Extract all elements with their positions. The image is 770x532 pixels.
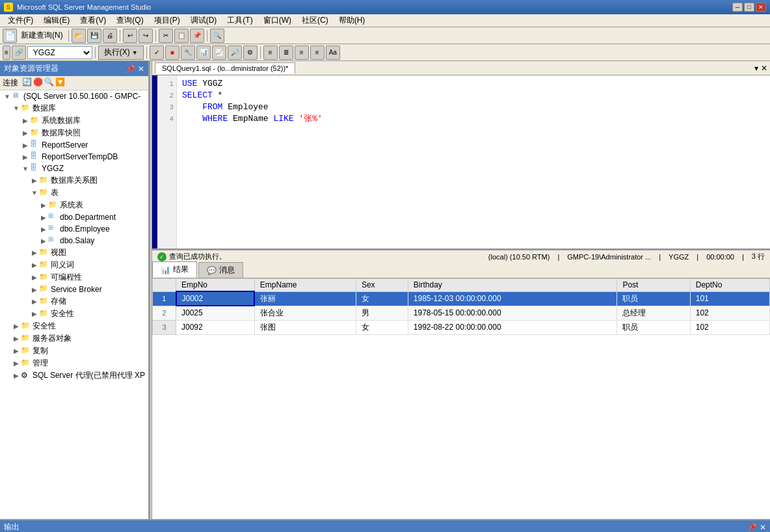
oe-btn3[interactable]: 🔍: [44, 77, 54, 88]
copy-btn[interactable]: 📋: [174, 29, 189, 43]
toggle-tables[interactable]: ▼: [30, 189, 39, 196]
tree-item-reportservertempdb[interactable]: ▶ 🗄 ReportServerTempDB: [0, 151, 148, 163]
btn-q9[interactable]: ⚙: [243, 46, 258, 60]
tree-item-management[interactable]: ▶ 📁 管理: [0, 357, 148, 369]
toggle-storage[interactable]: ▶: [30, 298, 39, 305]
toggle-servsec[interactable]: ▶: [12, 323, 21, 330]
tree-item-programmability[interactable]: ▶ 📁 可编程性: [0, 271, 148, 284]
table-row[interactable]: 3 J0092 张图 女 1992-08-22 00:00:00.000 职员 …: [153, 320, 770, 334]
tree-item-server-objects[interactable]: ▶ 📁 服务器对象: [0, 332, 148, 345]
col-empname[interactable]: EmpName: [254, 279, 356, 292]
tree-item-synonyms[interactable]: ▶ 📁 同义词: [0, 259, 148, 271]
query-tab[interactable]: SQLQuery1.sql - (lo...dministrator (52))…: [155, 62, 295, 73]
toggle-snapshots[interactable]: ▶: [21, 129, 30, 137]
new-query-btn[interactable]: 📄: [3, 29, 17, 43]
tree-item-yggz[interactable]: ▼ 🗄 YGGZ: [0, 163, 148, 174]
table-row[interactable]: 2 J0025 张合业 男 1978-05-15 00:00:00.000 总经…: [153, 306, 770, 320]
tree-item-employee[interactable]: ▶ ⊞ dbo.Employee: [0, 223, 148, 235]
btn-q10[interactable]: ≡: [263, 46, 278, 60]
query-expand-icon[interactable]: ▾: [754, 64, 758, 73]
tree-item-diagrams[interactable]: ▶ 📁 数据库关系图: [0, 174, 148, 187]
tree-item-server-security[interactable]: ▶ 📁 安全性: [0, 320, 148, 332]
toggle-diagrams[interactable]: ▶: [30, 177, 39, 184]
tree-item-department[interactable]: ▶ ⊞ dbo.Department: [0, 211, 148, 223]
execute-button[interactable]: 执行(X) ▼: [98, 46, 144, 60]
results-table[interactable]: EmpNo EmpName Sex Birthday Post DeptNo 1…: [152, 278, 770, 519]
tree-item-sql-agent[interactable]: ▶ ⚙ SQL Server 代理(已禁用代理 XP: [0, 369, 148, 382]
toggle-repl[interactable]: ▶: [12, 347, 21, 354]
tree-item-snapshots[interactable]: ▶ 📁 数据库快照: [0, 127, 148, 139]
menu-help[interactable]: 帮助(H): [334, 14, 371, 27]
btn-q8[interactable]: 🔎: [228, 46, 242, 60]
tree-item-service-broker[interactable]: ▶ 📁 Service Broker: [0, 284, 148, 295]
menu-window[interactable]: 窗口(W): [258, 14, 297, 27]
tab-messages[interactable]: 💬 消息: [198, 262, 243, 278]
menu-debug[interactable]: 调试(D): [185, 14, 222, 27]
code-editor[interactable]: USE YGGZ SELECT * FROM Employee WHERE Em…: [177, 75, 770, 248]
btn-q12[interactable]: ≡: [295, 46, 309, 60]
btn-q1[interactable]: ≡: [3, 46, 10, 60]
toggle-prog[interactable]: ▶: [30, 274, 39, 281]
toggle-synonyms[interactable]: ▶: [30, 261, 39, 269]
tree-item-views[interactable]: ▶ 📁 视图: [0, 246, 148, 259]
oe-close-icon[interactable]: ✕: [138, 64, 144, 73]
tree-item-reportserver[interactable]: ▶ 🗄 ReportServer: [0, 139, 148, 151]
toggle-salay[interactable]: ▶: [39, 237, 48, 245]
query-close-icon[interactable]: ✕: [761, 64, 767, 73]
col-deptno[interactable]: DeptNo: [690, 279, 769, 292]
toggle-systables[interactable]: ▶: [39, 202, 48, 209]
tree-item-systemdbs[interactable]: ▶ 📁 系统数据库: [0, 114, 148, 127]
col-birthday[interactable]: Birthday: [408, 279, 617, 292]
stop-btn[interactable]: ■: [165, 46, 179, 60]
open-btn[interactable]: 📂: [72, 29, 86, 43]
tree-item-storage[interactable]: ▶ 📁 存储: [0, 295, 148, 308]
cut-btn[interactable]: ✂: [159, 29, 173, 43]
oe-btn4[interactable]: 🔽: [55, 77, 65, 88]
btn-q13[interactable]: ≡: [310, 46, 325, 60]
menu-file[interactable]: 文件(F): [3, 14, 38, 27]
menu-view[interactable]: 查看(V): [75, 14, 111, 27]
toggle-servobj[interactable]: ▶: [12, 335, 21, 342]
tree-item-server[interactable]: ▼ 🖥 (SQL Server 10.50.1600 - GMPC-: [0, 90, 148, 102]
redo-btn[interactable]: ↪: [139, 29, 153, 43]
tree-item-replication[interactable]: ▶ 📁 复制: [0, 345, 148, 357]
output-close-icon[interactable]: ✕: [760, 523, 766, 532]
toggle-agent[interactable]: ▶: [12, 372, 21, 379]
oe-connect-label[interactable]: 连接: [3, 77, 18, 88]
toggle-sb[interactable]: ▶: [30, 286, 39, 293]
toggle-dept[interactable]: ▶: [39, 214, 48, 221]
btn8[interactable]: 🔍: [210, 29, 224, 43]
toggle-databases[interactable]: ▼: [12, 105, 21, 112]
toggle-mgmt[interactable]: ▶: [12, 360, 21, 367]
toggle-yggz[interactable]: ▼: [21, 165, 30, 172]
close-button[interactable]: ✕: [756, 3, 766, 12]
tree-item-databases[interactable]: ▼ 📁 数据库: [0, 102, 148, 114]
btn-q7[interactable]: 📈: [212, 46, 226, 60]
toggle-views[interactable]: ▶: [30, 249, 39, 256]
col-post[interactable]: Post: [617, 279, 690, 292]
oe-btn2[interactable]: 🛑: [33, 77, 43, 88]
col-sex[interactable]: Sex: [356, 279, 408, 292]
menu-tools[interactable]: 工具(T): [222, 14, 258, 27]
toggle-emp[interactable]: ▶: [39, 226, 48, 233]
btn-q6[interactable]: 📊: [196, 46, 211, 60]
table-row[interactable]: 1 J0002 张丽 女 1985-12-03 00:00:00.000 职员 …: [153, 291, 770, 306]
menu-project[interactable]: 项目(P): [149, 14, 185, 27]
menu-community[interactable]: 社区(C): [297, 14, 334, 27]
toggle-systemdbs[interactable]: ▶: [21, 117, 30, 124]
tree-item-tables[interactable]: ▼ 📁 表: [0, 187, 148, 199]
menu-edit[interactable]: 编辑(E): [38, 14, 75, 27]
save-btn[interactable]: 💾: [87, 29, 101, 43]
tree-item-systables[interactable]: ▶ 📁 系统表: [0, 199, 148, 211]
maximize-button[interactable]: □: [744, 3, 754, 12]
toggle-dbsec[interactable]: ▶: [30, 310, 39, 317]
oe-btn1[interactable]: 🔄: [22, 77, 32, 88]
menu-query[interactable]: 查询(Q): [111, 14, 148, 27]
database-selector[interactable]: YGGZ: [27, 46, 92, 59]
oe-pin-icon[interactable]: 📌: [126, 64, 135, 73]
oe-tree[interactable]: ▼ 🖥 (SQL Server 10.50.1600 - GMPC- ▼ 📁 数…: [0, 90, 148, 519]
paste-btn[interactable]: 📌: [190, 29, 204, 43]
output-pin-icon[interactable]: 📌: [747, 523, 757, 532]
undo-btn[interactable]: ↩: [123, 29, 137, 43]
tree-item-db-security[interactable]: ▶ 📁 安全性: [0, 308, 148, 320]
